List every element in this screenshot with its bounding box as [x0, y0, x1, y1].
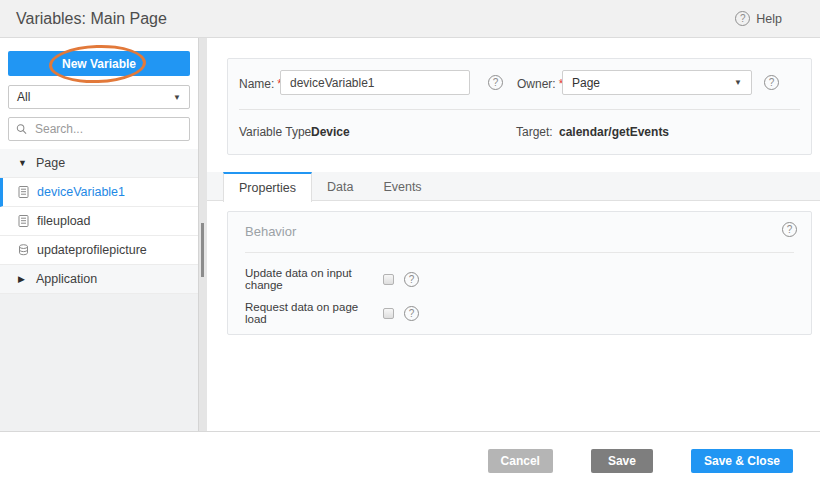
option-row-update-on-input-change: Update data on input change ?: [245, 267, 419, 291]
variable-filter-select[interactable]: All ▼: [8, 85, 190, 109]
tab-properties[interactable]: Properties: [223, 172, 312, 202]
tree-group-label: Page: [36, 156, 65, 170]
behavior-title: Behavior: [245, 224, 296, 239]
panel-divider: [245, 252, 794, 253]
variable-type-label: Variable Type:: [239, 125, 315, 139]
owner-label: Owner:*: [517, 77, 563, 91]
scrollbar-thumb[interactable]: [201, 223, 204, 277]
variable-search-box[interactable]: [8, 117, 190, 141]
caret-down-icon: ▼: [18, 158, 28, 168]
footer-bar: Cancel Save Save & Close: [0, 431, 820, 486]
tab-data[interactable]: Data: [312, 172, 368, 201]
option-help-icon[interactable]: ?: [404, 272, 419, 287]
help-label: Help: [756, 12, 782, 26]
tree-group-application[interactable]: ▶ Application: [0, 265, 198, 294]
save-button[interactable]: Save: [591, 449, 653, 473]
tab-events[interactable]: Events: [368, 172, 436, 201]
owner-select[interactable]: Page ▼: [562, 70, 752, 95]
tree-item-devicevariable1[interactable]: deviceVariable1: [0, 178, 198, 207]
tree-group-page[interactable]: ▼ Page: [0, 149, 198, 178]
variable-filter-value: All: [17, 90, 30, 104]
variable-summary-panel: Name:* ? Owner:* Page ▼ ? Variable Type:…: [227, 58, 812, 155]
option-help-icon[interactable]: ?: [404, 306, 419, 321]
service-variable-icon: [18, 244, 29, 256]
behavior-panel: Behavior ? Update data on input change ?…: [227, 211, 812, 335]
variable-type-value: Device: [311, 125, 350, 139]
cancel-button[interactable]: Cancel: [488, 449, 553, 473]
search-icon: [16, 123, 27, 135]
sidebar-controls: New Variable All ▼: [0, 38, 198, 149]
device-variable-icon: [18, 186, 29, 198]
help-icon: ?: [735, 11, 750, 26]
update-data-on-input-change-checkbox[interactable]: [383, 274, 394, 285]
detail-tabs: Properties Data Events: [207, 172, 820, 201]
tree-item-label: fileupload: [37, 214, 91, 228]
device-variable-icon: [18, 215, 29, 227]
new-variable-button[interactable]: New Variable: [8, 51, 190, 76]
caret-right-icon: ▶: [18, 274, 28, 284]
request-data-on-page-load-checkbox[interactable]: [383, 308, 394, 319]
option-row-request-on-page-load: Request data on page load ?: [245, 301, 419, 325]
tree-item-label: updateprofilepicture: [37, 243, 147, 257]
tree-item-updateprofilepicture[interactable]: updateprofilepicture: [0, 236, 198, 265]
help-link[interactable]: ? Help: [735, 0, 782, 37]
tree-group-label: Application: [36, 272, 97, 286]
target-value: calendar/getEvents: [559, 125, 669, 139]
owner-help-icon[interactable]: ?: [764, 75, 779, 90]
behavior-help-icon[interactable]: ?: [782, 222, 797, 237]
search-input[interactable]: [33, 121, 182, 137]
chevron-down-icon: ▼: [734, 78, 742, 87]
owner-select-value: Page: [572, 76, 600, 90]
variables-sidebar: New Variable All ▼ ▼ Page deviceVariable…: [0, 38, 198, 431]
variables-tree: ▼ Page deviceVariable1 fileupload update…: [0, 149, 198, 294]
chevron-down-icon: ▼: [173, 93, 181, 102]
sidebar-empty-area: [0, 294, 198, 431]
name-help-icon[interactable]: ?: [488, 75, 503, 90]
tree-item-fileupload[interactable]: fileupload: [0, 207, 198, 236]
variable-detail-panel: Name:* ? Owner:* Page ▼ ? Variable Type:…: [207, 38, 820, 431]
option-label: Request data on page load: [245, 301, 373, 325]
name-label: Name:*: [239, 77, 282, 91]
option-label: Update data on input change: [245, 267, 373, 291]
target-label: Target:: [516, 125, 553, 139]
title-bar: Variables: Main Page ? Help: [0, 0, 820, 38]
tree-item-label: deviceVariable1: [37, 185, 125, 199]
panel-divider: [239, 109, 800, 110]
page-title: Variables: Main Page: [16, 0, 167, 37]
sidebar-scrollbar-track: [198, 38, 207, 431]
save-and-close-button[interactable]: Save & Close: [691, 449, 793, 473]
name-input[interactable]: [280, 70, 470, 95]
footer-buttons: Cancel Save Save & Close: [488, 449, 793, 473]
